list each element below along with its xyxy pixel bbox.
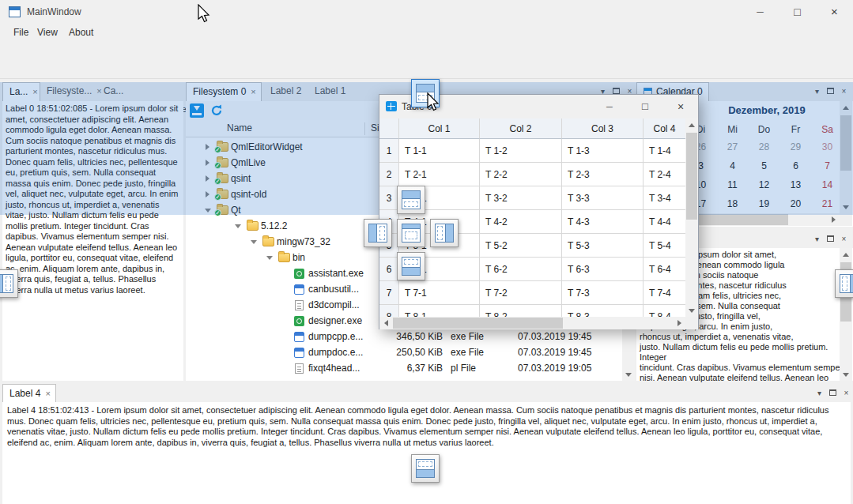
tabs-menu-button[interactable]: ▾ xyxy=(811,233,823,246)
table-row: 6 T 6-1 T 6-2 T 6-3 T 6-4 xyxy=(379,258,685,281)
window-titlebar[interactable]: MainWindow ─ □ × xyxy=(0,0,853,24)
table-cell[interactable]: T 8-1 xyxy=(399,305,480,317)
table-cell[interactable]: T 4-2 xyxy=(480,210,562,234)
table-cell[interactable]: T 6-2 xyxy=(480,258,562,281)
file-doc-icon xyxy=(295,363,304,374)
dock-close-button[interactable]: × xyxy=(840,387,852,400)
app-icon xyxy=(9,6,21,17)
drop-indicator-container-left[interactable] xyxy=(0,269,18,298)
scroll-left-button[interactable] xyxy=(379,317,392,329)
table-cell[interactable]: T 5-2 xyxy=(480,234,562,258)
drag-cursor xyxy=(427,92,441,113)
drop-indicator-area-bottom[interactable] xyxy=(397,252,425,280)
drop-indicator-area-center[interactable] xyxy=(397,219,425,247)
scroll-up-button[interactable] xyxy=(685,118,698,131)
drop-indicator-area-left[interactable] xyxy=(364,219,392,247)
tab-label: Label 4 xyxy=(9,388,40,399)
tree-row[interactable]: fixqt4head... 6,37 KiB pl File 07.03.201… xyxy=(186,360,622,376)
exe-app-icon xyxy=(294,284,304,295)
menu-about[interactable]: About xyxy=(62,24,100,41)
drop-indicator-area-top[interactable] xyxy=(397,186,425,214)
table-cell[interactable]: T 4-4 xyxy=(644,210,685,234)
minimize-button[interactable]: ─ xyxy=(742,0,779,24)
close-button[interactable]: × xyxy=(816,0,853,24)
floating-table-window[interactable]: Table 0 ─ □ × Col 1 Col 2 Col 3 Col 4 1 … xyxy=(379,94,699,329)
folder-icon xyxy=(278,253,290,262)
table-cell[interactable]: T 7-2 xyxy=(480,281,562,305)
expand-expanded-icon[interactable] xyxy=(266,256,273,260)
scrollbar-thumb[interactable] xyxy=(686,133,697,220)
table-row: 1 T 1-1 T 1-2 T 1-3 T 1-4 xyxy=(379,139,685,163)
drop-indicator-area-right[interactable] xyxy=(430,219,459,247)
maximize-button[interactable]: □ xyxy=(633,98,657,115)
table-cell[interactable]: T 2-4 xyxy=(644,163,685,186)
column-header[interactable]: Col 2 xyxy=(480,118,562,139)
column-header[interactable]: Col 4 xyxy=(644,118,685,139)
table-cell[interactable]: T 5-4 xyxy=(644,234,685,258)
menu-view[interactable]: View xyxy=(30,24,65,41)
table-cell[interactable]: T 2-1 xyxy=(399,163,480,186)
table-cell[interactable]: T 1-2 xyxy=(480,139,562,163)
main-window: MainWindow ─ □ × File View About Save St… xyxy=(0,0,853,504)
table-cell[interactable]: T 2-3 xyxy=(562,163,644,186)
scroll-right-button[interactable] xyxy=(673,317,685,329)
tree-item-size: 6,37 KiB xyxy=(348,363,443,374)
label5-vertical-scrollbar[interactable] xyxy=(840,248,852,381)
scroll-down-button[interactable] xyxy=(685,304,698,317)
tabs-menu-button[interactable]: ▾ xyxy=(813,387,825,400)
tab-close-icon[interactable]: × xyxy=(45,389,50,398)
drop-indicator-container-bottom[interactable] xyxy=(411,454,440,483)
row-header[interactable]: 7 xyxy=(379,281,399,305)
table-cell[interactable]: T 3-4 xyxy=(644,186,685,210)
scroll-down-button[interactable] xyxy=(840,368,852,381)
table-cell[interactable]: T 6-3 xyxy=(562,258,644,281)
table-window-icon xyxy=(386,101,397,111)
table-cell[interactable]: T 8-4 xyxy=(644,305,685,317)
tab-label4[interactable]: Label 4× xyxy=(2,384,56,403)
table-cell[interactable]: T 4-3 xyxy=(562,210,644,234)
row-header[interactable]: 1 xyxy=(379,139,399,163)
table-cell[interactable]: T 8-2 xyxy=(480,305,562,317)
table-vertical-scrollbar[interactable] xyxy=(685,118,698,317)
tree-item-modified: 07.03.2019 19:05 xyxy=(518,363,591,374)
table-cell[interactable]: T 5-3 xyxy=(562,234,644,258)
table-cell[interactable]: T 1-4 xyxy=(644,139,685,163)
undock-button[interactable] xyxy=(825,233,836,246)
table-cell[interactable]: T 7-4 xyxy=(644,281,685,305)
drop-indicator-container-right[interactable] xyxy=(835,269,853,298)
close-button[interactable]: × xyxy=(669,98,693,115)
table-cell[interactable]: T 7-3 xyxy=(562,281,644,305)
tree-row[interactable]: dumpcpp.e... 346,50 KiB exe File 07.03.2… xyxy=(186,329,622,344)
scroll-down-button[interactable] xyxy=(622,368,635,381)
folder-icon xyxy=(262,237,274,246)
table-cell[interactable]: T 6-4 xyxy=(644,258,685,281)
dock-close-button[interactable]: × xyxy=(838,233,850,246)
tree-item-label: mingw73_32 xyxy=(277,236,330,247)
undock-button[interactable] xyxy=(827,387,839,400)
column-header[interactable]: Col 1 xyxy=(399,118,480,139)
scrollbar-thumb[interactable] xyxy=(393,318,563,329)
table-cell[interactable]: T 3-2 xyxy=(480,186,562,210)
expand-expanded-icon[interactable] xyxy=(235,224,241,228)
table-row: 4 T 4-1 T 4-2 T 4-3 T 4-4 xyxy=(379,210,685,234)
row-header[interactable]: 2 xyxy=(379,163,399,186)
scroll-up-button[interactable] xyxy=(840,248,852,261)
label4-dock-area: Label 4× ▾ × Label 4 18:51:02:413 - Lore… xyxy=(2,384,851,504)
expand-expanded-icon[interactable] xyxy=(251,240,257,244)
minimize-button[interactable]: ─ xyxy=(598,98,621,115)
scroll-right-button[interactable] xyxy=(827,213,840,226)
tree-item-type: pl File xyxy=(451,363,476,374)
table-horizontal-scrollbar[interactable] xyxy=(379,317,685,329)
table-cell[interactable]: T 1-3 xyxy=(562,139,644,163)
row-header[interactable]: 8 xyxy=(379,305,399,317)
table-cell[interactable]: T 1-1 xyxy=(399,139,480,163)
table-cell[interactable]: T 8-3 xyxy=(562,305,644,317)
maximize-button[interactable]: □ xyxy=(779,0,816,24)
table-cell[interactable]: T 3-3 xyxy=(562,186,644,210)
tree-row[interactable]: dumpdoc.e... 250,50 KiB exe File 07.03.2… xyxy=(186,344,622,360)
table-cell[interactable]: T 7-1 xyxy=(399,281,480,305)
column-header[interactable]: Col 3 xyxy=(562,118,644,139)
tree-item-modified: 07.03.2019 19:45 xyxy=(518,331,591,342)
table-cell[interactable]: T 2-2 xyxy=(480,163,562,186)
label4-content: Label 4 18:51:02:413 - Lorem ipsum dolor… xyxy=(2,402,851,504)
